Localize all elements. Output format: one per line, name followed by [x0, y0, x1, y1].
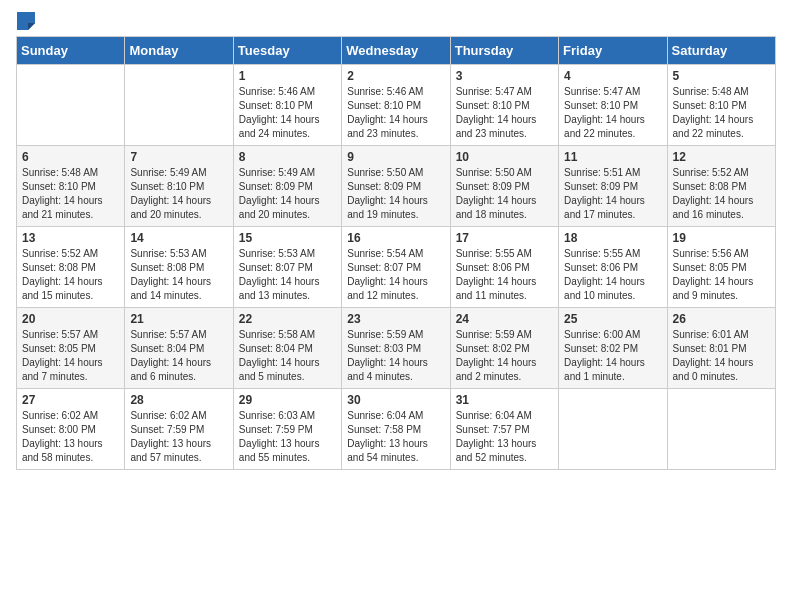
day-info: Sunrise: 5:55 AMSunset: 8:06 PMDaylight:… [564, 247, 661, 303]
calendar-cell: 18Sunrise: 5:55 AMSunset: 8:06 PMDayligh… [559, 227, 667, 308]
day-number: 30 [347, 393, 444, 407]
day-info: Sunrise: 5:54 AMSunset: 8:07 PMDaylight:… [347, 247, 444, 303]
calendar-cell: 25Sunrise: 6:00 AMSunset: 8:02 PMDayligh… [559, 308, 667, 389]
day-number: 5 [673, 69, 770, 83]
calendar-cell: 13Sunrise: 5:52 AMSunset: 8:08 PMDayligh… [17, 227, 125, 308]
day-number: 7 [130, 150, 227, 164]
day-number: 20 [22, 312, 119, 326]
day-info: Sunrise: 5:56 AMSunset: 8:05 PMDaylight:… [673, 247, 770, 303]
day-number: 16 [347, 231, 444, 245]
svg-marker-0 [17, 12, 35, 30]
day-number: 18 [564, 231, 661, 245]
calendar-cell: 8Sunrise: 5:49 AMSunset: 8:09 PMDaylight… [233, 146, 341, 227]
day-info: Sunrise: 5:53 AMSunset: 8:08 PMDaylight:… [130, 247, 227, 303]
calendar-cell: 23Sunrise: 5:59 AMSunset: 8:03 PMDayligh… [342, 308, 450, 389]
calendar-cell: 11Sunrise: 5:51 AMSunset: 8:09 PMDayligh… [559, 146, 667, 227]
calendar-cell: 7Sunrise: 5:49 AMSunset: 8:10 PMDaylight… [125, 146, 233, 227]
day-info: Sunrise: 6:00 AMSunset: 8:02 PMDaylight:… [564, 328, 661, 384]
calendar-cell: 29Sunrise: 6:03 AMSunset: 7:59 PMDayligh… [233, 389, 341, 470]
col-header-wednesday: Wednesday [342, 37, 450, 65]
col-header-monday: Monday [125, 37, 233, 65]
day-number: 13 [22, 231, 119, 245]
day-number: 15 [239, 231, 336, 245]
day-number: 17 [456, 231, 553, 245]
day-info: Sunrise: 6:01 AMSunset: 8:01 PMDaylight:… [673, 328, 770, 384]
calendar-cell: 17Sunrise: 5:55 AMSunset: 8:06 PMDayligh… [450, 227, 558, 308]
day-number: 6 [22, 150, 119, 164]
day-info: Sunrise: 6:04 AMSunset: 7:58 PMDaylight:… [347, 409, 444, 465]
day-info: Sunrise: 5:48 AMSunset: 8:10 PMDaylight:… [22, 166, 119, 222]
col-header-saturday: Saturday [667, 37, 775, 65]
calendar-cell [125, 65, 233, 146]
day-info: Sunrise: 5:59 AMSunset: 8:02 PMDaylight:… [456, 328, 553, 384]
day-number: 28 [130, 393, 227, 407]
day-number: 24 [456, 312, 553, 326]
calendar-cell: 10Sunrise: 5:50 AMSunset: 8:09 PMDayligh… [450, 146, 558, 227]
calendar-cell [667, 389, 775, 470]
day-number: 22 [239, 312, 336, 326]
calendar-cell [559, 389, 667, 470]
day-number: 9 [347, 150, 444, 164]
day-number: 31 [456, 393, 553, 407]
day-number: 14 [130, 231, 227, 245]
calendar-cell: 14Sunrise: 5:53 AMSunset: 8:08 PMDayligh… [125, 227, 233, 308]
calendar-cell: 28Sunrise: 6:02 AMSunset: 7:59 PMDayligh… [125, 389, 233, 470]
calendar-cell: 3Sunrise: 5:47 AMSunset: 8:10 PMDaylight… [450, 65, 558, 146]
day-info: Sunrise: 5:57 AMSunset: 8:05 PMDaylight:… [22, 328, 119, 384]
day-number: 29 [239, 393, 336, 407]
day-info: Sunrise: 5:52 AMSunset: 8:08 PMDaylight:… [22, 247, 119, 303]
day-info: Sunrise: 5:55 AMSunset: 8:06 PMDaylight:… [456, 247, 553, 303]
day-info: Sunrise: 5:47 AMSunset: 8:10 PMDaylight:… [456, 85, 553, 141]
day-info: Sunrise: 5:58 AMSunset: 8:04 PMDaylight:… [239, 328, 336, 384]
day-info: Sunrise: 6:02 AMSunset: 7:59 PMDaylight:… [130, 409, 227, 465]
col-header-tuesday: Tuesday [233, 37, 341, 65]
calendar-cell: 12Sunrise: 5:52 AMSunset: 8:08 PMDayligh… [667, 146, 775, 227]
calendar-cell: 24Sunrise: 5:59 AMSunset: 8:02 PMDayligh… [450, 308, 558, 389]
day-info: Sunrise: 5:47 AMSunset: 8:10 PMDaylight:… [564, 85, 661, 141]
calendar-cell: 16Sunrise: 5:54 AMSunset: 8:07 PMDayligh… [342, 227, 450, 308]
calendar-cell: 22Sunrise: 5:58 AMSunset: 8:04 PMDayligh… [233, 308, 341, 389]
calendar-cell: 21Sunrise: 5:57 AMSunset: 8:04 PMDayligh… [125, 308, 233, 389]
day-info: Sunrise: 6:03 AMSunset: 7:59 PMDaylight:… [239, 409, 336, 465]
day-number: 4 [564, 69, 661, 83]
day-info: Sunrise: 5:50 AMSunset: 8:09 PMDaylight:… [347, 166, 444, 222]
day-info: Sunrise: 6:04 AMSunset: 7:57 PMDaylight:… [456, 409, 553, 465]
calendar-cell: 15Sunrise: 5:53 AMSunset: 8:07 PMDayligh… [233, 227, 341, 308]
col-header-friday: Friday [559, 37, 667, 65]
calendar: SundayMondayTuesdayWednesdayThursdayFrid… [16, 36, 776, 470]
calendar-cell: 20Sunrise: 5:57 AMSunset: 8:05 PMDayligh… [17, 308, 125, 389]
col-header-sunday: Sunday [17, 37, 125, 65]
day-number: 27 [22, 393, 119, 407]
day-info: Sunrise: 5:46 AMSunset: 8:10 PMDaylight:… [347, 85, 444, 141]
calendar-cell: 1Sunrise: 5:46 AMSunset: 8:10 PMDaylight… [233, 65, 341, 146]
calendar-cell [17, 65, 125, 146]
calendar-cell: 27Sunrise: 6:02 AMSunset: 8:00 PMDayligh… [17, 389, 125, 470]
calendar-cell: 2Sunrise: 5:46 AMSunset: 8:10 PMDaylight… [342, 65, 450, 146]
day-number: 26 [673, 312, 770, 326]
day-info: Sunrise: 5:48 AMSunset: 8:10 PMDaylight:… [673, 85, 770, 141]
calendar-cell: 19Sunrise: 5:56 AMSunset: 8:05 PMDayligh… [667, 227, 775, 308]
col-header-thursday: Thursday [450, 37, 558, 65]
day-number: 12 [673, 150, 770, 164]
day-number: 23 [347, 312, 444, 326]
day-info: Sunrise: 5:49 AMSunset: 8:10 PMDaylight:… [130, 166, 227, 222]
calendar-cell: 26Sunrise: 6:01 AMSunset: 8:01 PMDayligh… [667, 308, 775, 389]
calendar-cell: 6Sunrise: 5:48 AMSunset: 8:10 PMDaylight… [17, 146, 125, 227]
day-info: Sunrise: 5:57 AMSunset: 8:04 PMDaylight:… [130, 328, 227, 384]
day-info: Sunrise: 5:49 AMSunset: 8:09 PMDaylight:… [239, 166, 336, 222]
day-info: Sunrise: 5:59 AMSunset: 8:03 PMDaylight:… [347, 328, 444, 384]
day-info: Sunrise: 5:46 AMSunset: 8:10 PMDaylight:… [239, 85, 336, 141]
day-number: 10 [456, 150, 553, 164]
day-number: 8 [239, 150, 336, 164]
day-number: 2 [347, 69, 444, 83]
day-info: Sunrise: 5:53 AMSunset: 8:07 PMDaylight:… [239, 247, 336, 303]
day-number: 11 [564, 150, 661, 164]
svg-marker-1 [28, 23, 35, 30]
day-info: Sunrise: 5:52 AMSunset: 8:08 PMDaylight:… [673, 166, 770, 222]
day-number: 3 [456, 69, 553, 83]
calendar-cell: 9Sunrise: 5:50 AMSunset: 8:09 PMDaylight… [342, 146, 450, 227]
day-number: 21 [130, 312, 227, 326]
day-info: Sunrise: 5:50 AMSunset: 8:09 PMDaylight:… [456, 166, 553, 222]
calendar-cell: 4Sunrise: 5:47 AMSunset: 8:10 PMDaylight… [559, 65, 667, 146]
calendar-cell: 5Sunrise: 5:48 AMSunset: 8:10 PMDaylight… [667, 65, 775, 146]
